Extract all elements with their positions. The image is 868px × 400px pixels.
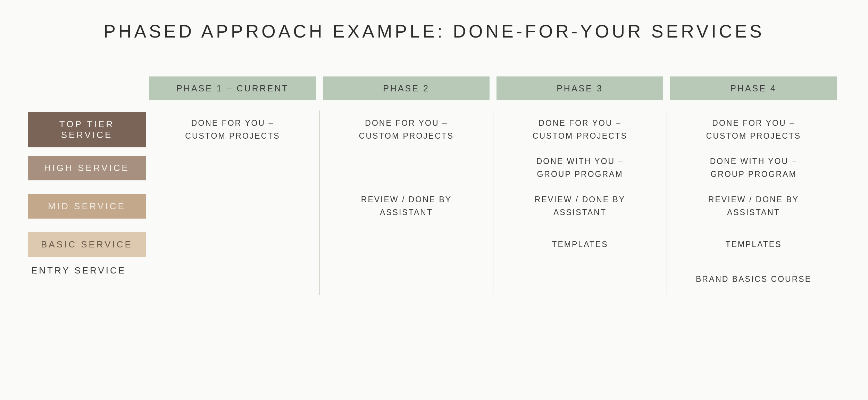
phase-header-phase3: PHASE 3 [496,76,663,100]
cell-mid-phase3: REVIEW / DONE BYASSISTANT [493,187,667,225]
cell-basic-phase1 [146,225,319,263]
entry-cell-phase2 [319,263,493,295]
entry-label-text: ENTRY SERVICE [31,263,126,278]
tier-label-high: HIGH SERVICE [44,163,130,173]
cell-text-high-phase4: DONE WITH YOU –GROUP PROGRAM [710,155,798,181]
entry-cell-phase1 [146,263,319,295]
cell-high-phase4: DONE WITH YOU –GROUP PROGRAM [667,149,840,187]
cell-text-basic-phase3: TEMPLATES [552,238,608,251]
tier-labels-column: TOP TIER SERVICEHIGH SERVICEMID SERVICEB… [28,76,146,295]
cell-text-top-phase4: DONE FOR YOU –CUSTOM PROJECTS [706,117,801,142]
main-grid: TOP TIER SERVICEHIGH SERVICEMID SERVICEB… [28,76,840,295]
cell-top-phase1: DONE FOR YOU –CUSTOM PROJECTS [146,111,319,149]
tier-item-top: TOP TIER SERVICE [28,111,146,149]
phase-headers-row: PHASE 1 – CURRENTPHASE 2PHASE 3PHASE 4 [146,76,840,100]
cell-top-phase3: DONE FOR YOU –CUSTOM PROJECTS [493,111,667,149]
cell-mid-phase2: REVIEW / DONE BYASSISTANT [319,187,493,225]
phase-header-phase2: PHASE 2 [323,76,490,100]
page-container: PHASED APPROACH EXAMPLE: DONE-FOR-YOUR S… [28,21,840,295]
tier-label-basic: BASIC SERVICE [41,239,133,250]
cell-mid-phase4: REVIEW / DONE BYASSISTANT [667,187,840,225]
tier-label-top: TOP TIER SERVICE [36,119,137,140]
cell-top-phase2: DONE FOR YOU –CUSTOM PROJECTS [319,111,493,149]
cell-basic-phase3: TEMPLATES [493,225,667,263]
cell-text-mid-phase4: REVIEW / DONE BYASSISTANT [708,193,799,219]
content-row-basic: TEMPLATESTEMPLATES [146,225,840,263]
tier-box-high: HIGH SERVICE [28,156,146,180]
content-rows: DONE FOR YOU –CUSTOM PROJECTSDONE FOR YO… [146,111,840,263]
entry-cell-phase3 [493,263,667,295]
cell-high-phase1 [146,149,319,187]
phases-area: PHASE 1 – CURRENTPHASE 2PHASE 3PHASE 4 D… [146,76,840,295]
cell-text-basic-phase4: TEMPLATES [725,238,782,251]
tier-box-mid: MID SERVICE [28,194,146,219]
phase-header-phase1: PHASE 1 – CURRENT [149,76,316,100]
tier-item-high: HIGH SERVICE [28,149,146,187]
cell-basic-phase2 [319,225,493,263]
entry-cell-text-phase4: BRAND BASICS COURSE [696,273,811,286]
cell-text-mid-phase2: REVIEW / DONE BYASSISTANT [361,193,452,219]
content-row-mid: REVIEW / DONE BYASSISTANTREVIEW / DONE B… [146,187,840,225]
tier-box-basic: BASIC SERVICE [28,232,146,257]
entry-content-row: BRAND BASICS COURSE [146,263,840,295]
header-spacer [28,76,146,100]
cell-high-phase3: DONE WITH YOU –GROUP PROGRAM [493,149,667,187]
page-title: PHASED APPROACH EXAMPLE: DONE-FOR-YOUR S… [28,21,840,42]
tier-box-top: TOP TIER SERVICE [28,112,146,147]
content-row-high: DONE WITH YOU –GROUP PROGRAMDONE WITH YO… [146,149,840,187]
content-row-top: DONE FOR YOU –CUSTOM PROJECTSDONE FOR YO… [146,111,840,149]
cell-text-top-phase2: DONE FOR YOU –CUSTOM PROJECTS [359,117,454,142]
entry-cell-phase4: BRAND BASICS COURSE [667,263,840,295]
cell-high-phase2 [319,149,493,187]
cell-text-top-phase1: DONE FOR YOU –CUSTOM PROJECTS [185,117,280,142]
cell-mid-phase1 [146,187,319,225]
cell-text-mid-phase3: REVIEW / DONE BYASSISTANT [535,193,625,219]
phase-header-phase4: PHASE 4 [670,76,837,100]
cell-top-phase4: DONE FOR YOU –CUSTOM PROJECTS [667,111,840,149]
entry-tier-label: ENTRY SERVICE [28,263,146,278]
cell-basic-phase4: TEMPLATES [667,225,840,263]
tier-label-mid: MID SERVICE [48,201,126,212]
cell-text-high-phase3: DONE WITH YOU –GROUP PROGRAM [536,155,624,181]
tier-item-mid: MID SERVICE [28,187,146,225]
tier-rows: TOP TIER SERVICEHIGH SERVICEMID SERVICEB… [28,111,146,263]
cell-text-top-phase3: DONE FOR YOU –CUSTOM PROJECTS [533,117,627,142]
tier-item-basic: BASIC SERVICE [28,225,146,263]
